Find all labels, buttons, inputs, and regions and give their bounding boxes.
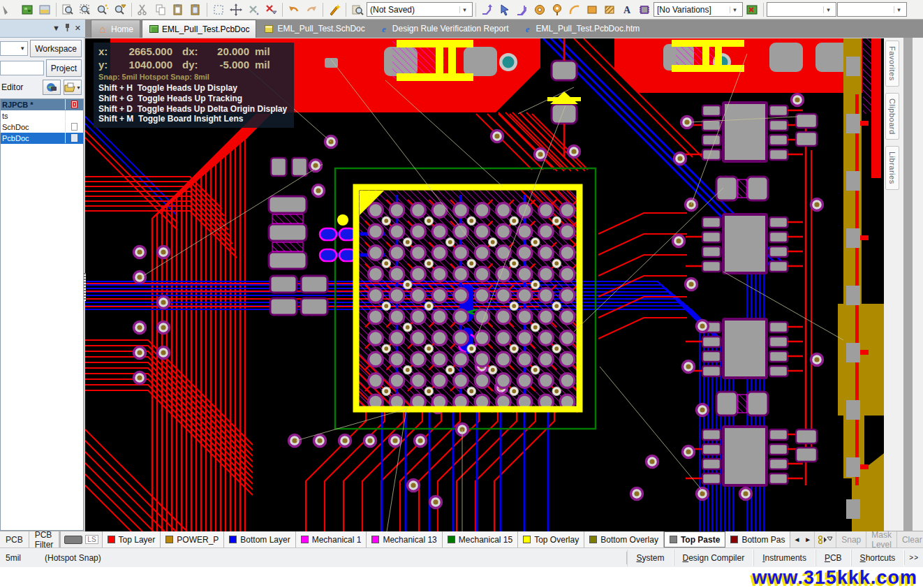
workspace-button[interactable]: Workspace [30,40,82,57]
menu-more-button[interactable]: >> [904,550,923,565]
paste-icon[interactable] [170,1,186,18]
menu-shortcuts[interactable]: Shortcuts [851,550,905,566]
copy-icon[interactable] [152,1,169,18]
layer-tab-top-overlay[interactable]: Top Overlay [518,531,584,547]
open-document-icon[interactable]: ▼ [64,80,82,95]
menu-instruments[interactable]: Instruments [753,550,815,566]
snap-button[interactable]: Snap [836,531,866,547]
bottom-tab-pcb-filter[interactable]: PCB Filter [29,531,60,547]
clear-filter-icon[interactable] [263,1,279,18]
select-area-icon[interactable] [210,1,227,18]
layer-set-swatch [64,536,82,544]
snap-value: 5mil [6,553,21,563]
tab-schdoc[interactable]: EML_Pull_Test.SchDoc [258,20,371,38]
workspace-dropdown[interactable]: ▼ [0,41,28,56]
variations-dropdown[interactable]: [No Variations]▾ [654,2,743,17]
chevron-down-icon[interactable]: ▼ [52,24,60,32]
validate-icon[interactable] [43,80,61,95]
wand-icon[interactable] [326,1,343,18]
tab-drc-report[interactable]: e Design Rule Verification Report [373,20,515,38]
string-icon[interactable]: A [619,1,635,18]
right-dock: Favorites Clipboard Libraries [884,38,923,531]
dock-tab-clipboard[interactable]: Clipboard [885,93,899,140]
project-tree: RJPCB * ts SchDoc PcbDoc [0,98,84,531]
layer-tab-mech13[interactable]: Mechanical 13 [367,531,442,547]
tree-item-schdoc[interactable]: SchDoc [1,122,83,133]
history-dropdown[interactable]: (Not Saved)▾ [367,2,473,17]
hud-snap-line: Snap: 5mil Hotspot Snap: 8mil [98,73,287,82]
via-icon[interactable] [549,1,566,18]
close-icon[interactable]: ✕ [75,24,81,32]
editor-label: Editor [1,82,40,92]
pad-icon[interactable] [531,1,548,18]
interactive-route-icon[interactable] [479,1,496,18]
find-similar-icon[interactable] [349,1,366,18]
edit-tool-icon[interactable] [1,1,18,18]
panel-window-icon[interactable] [36,1,53,18]
layer-tab-top-paste[interactable]: Top Paste [664,531,725,547]
layer-tab-power-p[interactable]: POWER_P [161,531,224,547]
layer-tab-bottom-overlay[interactable]: Bottom Overlay [584,531,664,547]
pin-icon[interactable] [64,24,71,33]
layer-filter-icon[interactable] [815,531,836,547]
heads-up-display: x:2665.000dx:20.000mil y:1040.000dy:-5.0… [94,43,294,128]
zoom-selected-icon[interactable] [94,1,111,18]
diff-pair-route-icon[interactable] [514,1,531,18]
layer-bar: PCB PCB Filter LS Top Layer POWER_P Bott… [0,531,923,547]
dock-tab-libraries[interactable]: Libraries [885,146,899,190]
deselect-icon[interactable] [245,1,262,18]
menu-pcb[interactable]: PCB [815,550,851,566]
cut-icon[interactable] [135,1,152,18]
component-icon[interactable] [636,1,653,18]
snap-mode: (Hotspot Snap) [45,553,101,563]
modified-doc-icon [65,99,83,110]
layer-tab-mech1[interactable]: Mechanical 1 [296,531,367,547]
variant-board-icon[interactable] [744,1,760,18]
layer-tab-top-layer[interactable]: Top Layer [103,531,161,547]
tab-home[interactable]: ⌂ Home [91,20,140,38]
mask-level-button[interactable]: Mask Level [866,531,897,547]
panel-header: ▼ ✕ [0,20,85,38]
document-tabbar: ▼ ✕ ⌂ Home EML_Pull_Test.PcbDoc EML_Pull… [0,20,923,38]
tab-pcbdoc[interactable]: EML_Pull_Test.PcbDoc [142,20,256,38]
status-bar: 5mil (Hotspot Snap) System Design Compil… [0,547,923,567]
clear-button[interactable]: Clear [897,531,923,547]
dock-tab-favorites[interactable]: Favorites [885,41,899,87]
watermark: www.315kkk.com [752,567,917,588]
layer-tab-bottom-paste[interactable]: Bottom Pas [725,531,790,547]
empty-dropdown-2[interactable]: ▾ [837,2,907,17]
layer-tab-mech15[interactable]: Mechanical 15 [443,531,518,547]
tree-item-project[interactable]: RJPCB * [1,99,83,110]
tab-pcbdoc-htm[interactable]: e EML_Pull_Test.PcbDoc.htm [517,20,647,38]
project-dropdown[interactable] [0,61,44,75]
tree-item-pcbdoc[interactable]: PcbDoc [1,133,83,144]
bottom-tab-pcb[interactable]: PCB [0,531,29,547]
layer-scroll-fwd[interactable]: ► [804,536,811,543]
zoom-area-icon[interactable] [77,1,94,18]
project-button[interactable]: Project [46,59,82,77]
tree-item-documents[interactable]: ts [1,110,83,122]
layer-tab-bottom-layer[interactable]: Bottom Layer [224,531,295,547]
route-cursor-icon[interactable] [496,1,513,18]
fill-icon[interactable] [584,1,600,18]
paste-special-icon[interactable] [187,1,204,18]
zoom-document-icon[interactable] [59,1,76,18]
polygon-pour-icon[interactable] [601,1,618,18]
home-icon: ⌂ [98,24,108,34]
board-icon[interactable] [19,1,36,18]
layer-scroll-back[interactable]: ◄ [793,536,800,543]
sch-doc-icon [264,24,274,34]
undo-icon[interactable] [286,1,302,18]
svg-text:A: A [623,5,631,15]
menu-system[interactable]: System [627,550,673,566]
layer-set-button[interactable]: LS [60,531,102,547]
arc-icon[interactable] [566,1,583,18]
chevron-down-icon: ▾ [894,6,903,13]
move-icon[interactable] [228,1,244,18]
empty-dropdown-1[interactable]: ▾ [767,2,836,17]
menu-design-compiler[interactable]: Design Compiler [674,550,754,566]
panel-splitter[interactable] [84,273,86,301]
redo-icon[interactable] [303,1,320,18]
pcb-canvas[interactable]: x:2665.000dx:20.000mil y:1040.000dy:-5.0… [85,38,884,531]
zoom-filter-icon[interactable] [112,1,128,18]
